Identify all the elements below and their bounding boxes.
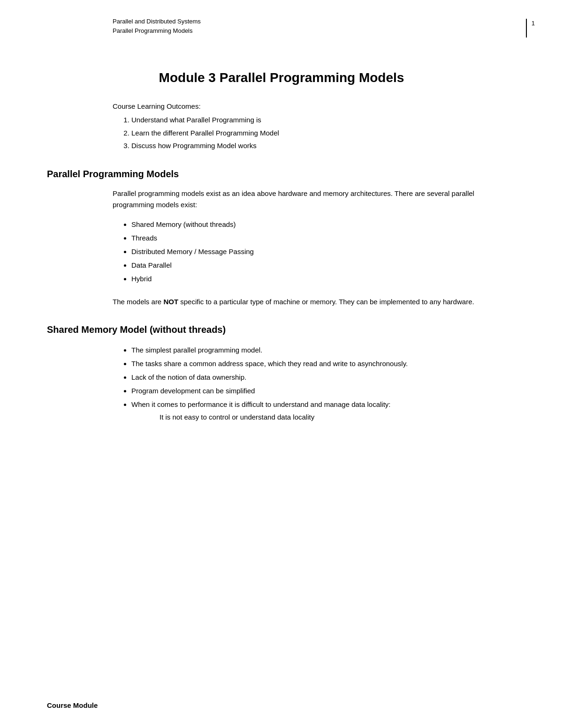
header-line1: Parallel and Distributed Systems bbox=[113, 17, 201, 26]
closing-text-part1: The models are bbox=[113, 298, 163, 306]
header-line2: Parallel Programming Models bbox=[113, 26, 201, 36]
header-right: 1 bbox=[526, 17, 535, 38]
list-item: The tasks share a common address space, … bbox=[131, 357, 488, 370]
section2-heading: Shared Memory Model (without threads) bbox=[47, 324, 516, 335]
header-text: Parallel and Distributed Systems Paralle… bbox=[113, 17, 201, 35]
page-header: Parallel and Distributed Systems Paralle… bbox=[0, 0, 563, 38]
list-item: Distributed Memory / Message Passing bbox=[131, 245, 488, 258]
list-item: Discuss how Programming Model works bbox=[131, 140, 516, 152]
section1-heading: Parallel Programming Models bbox=[47, 169, 516, 180]
main-content: Module 3 Parallel Programming Models Cou… bbox=[0, 38, 563, 452]
page: Parallel and Distributed Systems Paralle… bbox=[0, 0, 563, 728]
list-item: It is not easy to control or understand … bbox=[160, 411, 488, 423]
list-item: Understand what Parallel Programming is bbox=[131, 114, 516, 126]
footer: Course Module bbox=[47, 701, 98, 709]
list-item: Lack of the notion of data ownership. bbox=[131, 371, 488, 383]
list-item: Data Parallel bbox=[131, 259, 488, 271]
list-item: Hybrid bbox=[131, 272, 488, 285]
list-item: Learn the different Parallel Programming… bbox=[131, 127, 516, 139]
section1-closing: The models are NOT specific to a particu… bbox=[113, 296, 488, 308]
outcomes-section: Course Learning Outcomes: Understand wha… bbox=[47, 102, 516, 152]
header-divider bbox=[526, 19, 527, 38]
outcomes-label: Course Learning Outcomes: bbox=[113, 102, 516, 110]
closing-text-part2: specific to a particular type of machine… bbox=[178, 298, 474, 306]
section1-bullets: Shared Memory (without threads) Threads … bbox=[131, 218, 488, 285]
list-item: When it comes to performance it is diffi… bbox=[131, 398, 488, 423]
list-item: The simplest parallel programming model. bbox=[131, 344, 488, 356]
page-title: Module 3 Parallel Programming Models bbox=[47, 70, 516, 85]
list-item: Program development can be simplified bbox=[131, 384, 488, 397]
sub-bullet-list: It is not easy to control or understand … bbox=[160, 411, 488, 423]
outcomes-list: Understand what Parallel Programming is … bbox=[131, 114, 516, 152]
section2-bullets: The simplest parallel programming model.… bbox=[131, 344, 488, 423]
page-number: 1 bbox=[532, 19, 535, 27]
list-item-text: When it comes to performance it is diffi… bbox=[131, 400, 391, 408]
closing-bold: NOT bbox=[163, 298, 178, 306]
list-item: Shared Memory (without threads) bbox=[131, 218, 488, 231]
section1-intro: Parallel programming models exist as an … bbox=[113, 188, 488, 210]
list-item: Threads bbox=[131, 232, 488, 244]
